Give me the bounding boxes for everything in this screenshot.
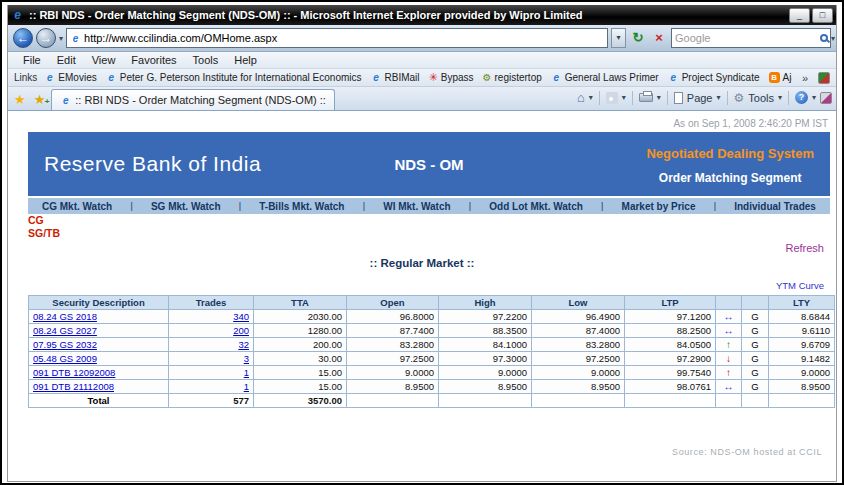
sgtb-link[interactable]: SG/TB: [28, 227, 836, 240]
total-empty-cell: [347, 394, 439, 408]
print-dropdown-icon[interactable]: ▾: [657, 93, 661, 102]
ie-icon: e: [371, 72, 382, 83]
search-dropdown-icon[interactable]: ▾: [831, 34, 835, 43]
high-cell: 84.1000: [439, 338, 532, 352]
security-link[interactable]: 08.24 GS 2027: [33, 325, 97, 336]
tta-cell: 2030.00: [254, 310, 347, 324]
link-registertop[interactable]: ⚙registertop: [483, 72, 542, 83]
high-cell: 97.3000: [439, 352, 532, 366]
security-link[interactable]: 08.24 GS 2018: [33, 311, 97, 322]
ytm-curve-link[interactable]: YTM Curve: [776, 280, 824, 291]
menu-favorites[interactable]: Favorites: [124, 54, 183, 66]
menu-help[interactable]: Help: [227, 54, 264, 66]
toolbar-separator: [667, 91, 668, 105]
minimize-button[interactable]: _: [789, 8, 810, 23]
rss-feed-icon[interactable]: [606, 92, 618, 104]
nav-item-individual-trades[interactable]: Individual Trades: [734, 201, 816, 212]
security-link[interactable]: 091 DTB 21112008: [33, 381, 114, 392]
url-input[interactable]: [84, 32, 604, 44]
menu-file[interactable]: File: [16, 54, 48, 66]
link-ajay-shah-s-blog[interactable]: BAjay Shah's blog: [769, 72, 792, 83]
tools-menu-label[interactable]: Tools: [748, 92, 774, 104]
links-label: Links: [14, 72, 37, 83]
restore-button[interactable]: □: [812, 8, 833, 23]
trades-link[interactable]: 32: [238, 339, 249, 350]
system-title: Negotiated Dealing System: [646, 146, 814, 161]
security-link[interactable]: 091 DTB 12092008: [33, 367, 115, 378]
security-cell: 091 DTB 12092008: [29, 366, 169, 380]
address-dropdown-button[interactable]: ▾: [611, 28, 626, 48]
cg-link[interactable]: CG: [28, 214, 836, 227]
search-box[interactable]: ▾: [671, 28, 831, 48]
trend-cell: ↑: [716, 338, 742, 352]
trend-arrow-icon: ↓: [726, 353, 731, 364]
page-icon[interactable]: [674, 92, 683, 104]
table-row: 07.95 GS 203232200.0083.280084.100083.28…: [29, 338, 835, 352]
link-peter-g-peterson-institute-for-international-economics[interactable]: ePeter G. Peterson Institute for Interna…: [106, 72, 362, 83]
menu-tools[interactable]: Tools: [186, 54, 226, 66]
trend-cell: ↑: [716, 366, 742, 380]
nav-item-sg-mkt-watch[interactable]: SG Mkt. Watch: [151, 201, 221, 212]
menu-edit[interactable]: Edit: [50, 54, 83, 66]
low-cell: 97.2500: [532, 352, 625, 366]
nav-item-odd-lot-mkt-watch[interactable]: Odd Lot Mkt. Watch: [489, 201, 583, 212]
messenger-icon[interactable]: [820, 92, 832, 104]
nav-item-t-bills-mkt-watch[interactable]: T-Bills Mkt. Watch: [259, 201, 344, 212]
nav-separator: |: [130, 201, 132, 211]
history-dropdown-icon[interactable]: ▾: [59, 34, 63, 43]
open-cell: 87.7400: [347, 324, 439, 338]
lty-cell: 8.9500: [769, 380, 835, 394]
security-link[interactable]: 07.95 GS 2032: [33, 339, 97, 350]
address-field[interactable]: e: [66, 28, 608, 48]
print-icon[interactable]: [639, 93, 653, 102]
nav-item-cg-mkt-watch[interactable]: CG Mkt. Watch: [42, 201, 112, 212]
trades-link[interactable]: 340: [233, 311, 249, 322]
page-menu-label[interactable]: Page: [687, 92, 713, 104]
refresh-icon[interactable]: ↻: [629, 29, 647, 47]
nav-separator: |: [469, 201, 471, 211]
nav-separator: |: [601, 201, 603, 211]
back-button[interactable]: ←: [13, 28, 33, 48]
trades-link[interactable]: 1: [244, 381, 249, 392]
tta-cell: 30.00: [254, 352, 347, 366]
tools-gear-icon[interactable]: ⚙: [734, 91, 745, 105]
help-dropdown-icon[interactable]: ▾: [812, 93, 816, 102]
links-overflow-chevron[interactable]: »: [799, 72, 811, 84]
refresh-link[interactable]: Refresh: [785, 242, 824, 254]
page-dropdown-icon[interactable]: ▾: [717, 93, 721, 102]
trend-arrow-icon: ↔: [724, 311, 734, 322]
link-project-syndicate[interactable]: eProject Syndicate: [668, 72, 760, 83]
add-favorite-icon[interactable]: ★: [32, 90, 48, 110]
security-link[interactable]: 05.48 GS 2009: [33, 353, 97, 364]
link-general-laws-primer[interactable]: eGeneral Laws Primer: [551, 72, 659, 83]
home-dropdown-icon[interactable]: ▾: [589, 93, 593, 102]
menu-view[interactable]: View: [85, 54, 123, 66]
search-icon[interactable]: [820, 34, 828, 42]
stop-icon[interactable]: ×: [650, 29, 668, 47]
search-input[interactable]: [675, 32, 817, 44]
table-row: 091 DTB 21112008115.008.95008.95008.9500…: [29, 380, 835, 394]
link-rbimail[interactable]: eRBIMail: [371, 72, 420, 83]
trades-link[interactable]: 200: [233, 325, 249, 336]
total-empty-cell: [716, 394, 742, 408]
forward-button[interactable]: →: [36, 28, 56, 48]
total-trades-cell: 577: [169, 394, 254, 408]
tools-dropdown-icon[interactable]: ▾: [778, 93, 782, 102]
plugin-icon[interactable]: [818, 72, 830, 84]
feed-dropdown-icon[interactable]: ▾: [622, 93, 626, 102]
home-icon[interactable]: ⌂: [577, 90, 585, 105]
active-tab[interactable]: e :: RBI NDS - Order Matching Segment (N…: [51, 89, 335, 110]
nav-item-market-by-price[interactable]: Market by Price: [622, 201, 696, 212]
nav-item-wi-mkt-watch[interactable]: WI Mkt. Watch: [383, 201, 450, 212]
links-items: eEMoviesePeter G. Peterson Institute for…: [44, 71, 792, 84]
security-cell: 07.95 GS 2032: [29, 338, 169, 352]
total-tta-cell: 3570.00: [254, 394, 347, 408]
nav-separator: |: [714, 201, 716, 211]
favorites-star-icon[interactable]: ★: [12, 90, 28, 110]
help-icon[interactable]: ?: [795, 91, 808, 104]
trades-link[interactable]: 3: [244, 353, 249, 364]
link-emovies[interactable]: eEMovies: [44, 72, 96, 83]
trades-link[interactable]: 1: [244, 367, 249, 378]
link-bypass[interactable]: ✳Bypass: [429, 71, 474, 84]
open-cell: 8.9500: [347, 380, 439, 394]
